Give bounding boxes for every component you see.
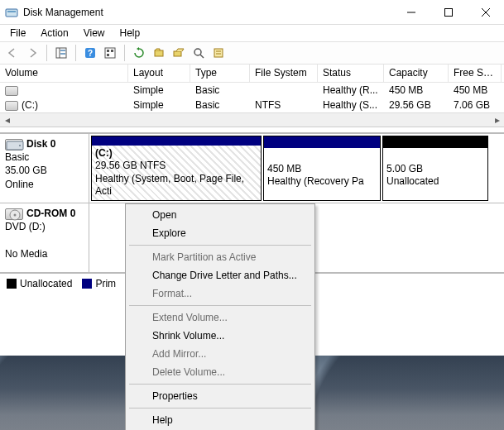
- disk-icon: [5, 139, 23, 150]
- col-status[interactable]: Status: [318, 64, 384, 82]
- window-title: Disk Management: [23, 7, 392, 18]
- app-icon: [5, 6, 18, 19]
- volume-cell: 7.06 GB: [449, 99, 502, 111]
- volume-cell: 450 MB: [449, 84, 502, 96]
- horizontal-scrollbar[interactable]: ◂ ▸: [0, 112, 504, 127]
- help-button[interactable]: ?: [81, 44, 99, 62]
- menu-item-explore[interactable]: Explore: [127, 224, 313, 242]
- volume-cell: [0, 84, 128, 96]
- cdrom-icon: [5, 208, 23, 220]
- volume-row[interactable]: SimpleBasicHealthy (R...450 MB450 MB: [0, 83, 504, 98]
- forward-button[interactable]: [23, 44, 41, 62]
- disk-row: Disk 0Basic35.00 GBOnline(C:)29.56 GB NT…: [0, 134, 504, 203]
- volume-icon: [5, 101, 18, 111]
- menu-item-mark-partition-as-active: Mark Partition as Active: [127, 248, 313, 266]
- partition-body: 5.00 GBUnallocated: [383, 148, 487, 200]
- menu-item-help[interactable]: Help: [127, 411, 313, 429]
- context-menu: OpenExploreMark Partition as ActiveChang…: [125, 203, 315, 430]
- disk-partitions: (C:)29.56 GB NTFSHealthy (System, Boot, …: [89, 134, 504, 203]
- titlebar: Disk Management: [0, 0, 504, 25]
- menu-item-change-drive-letter-and-paths[interactable]: Change Drive Letter and Paths...: [127, 266, 313, 284]
- menu-view[interactable]: View: [77, 26, 112, 41]
- volume-cell: (C:): [0, 99, 128, 111]
- col-filesystem[interactable]: File System: [250, 64, 318, 82]
- menu-item-open[interactable]: Open: [127, 206, 313, 224]
- partition-unalloc[interactable]: 5.00 GBUnallocated: [382, 136, 488, 201]
- disk-info[interactable]: Disk 0Basic35.00 GBOnline: [0, 134, 89, 203]
- partition-primary[interactable]: (C:)29.56 GB NTFSHealthy (System, Boot, …: [91, 136, 262, 201]
- toolbar-separator: [75, 45, 76, 61]
- partition-stripe: [264, 136, 380, 148]
- svg-rect-12: [105, 48, 115, 58]
- volume-list-header: Volume Layout Type File System Status Ca…: [0, 64, 504, 83]
- toolbar-separator: [124, 45, 125, 61]
- window-buttons: [392, 0, 504, 24]
- partition-recovery[interactable]: 450 MBHealthy (Recovery Pa: [263, 136, 381, 201]
- scroll-left-icon[interactable]: ◂: [0, 113, 14, 127]
- menu-item-extend-volume: Extend Volume...: [127, 308, 313, 327]
- refresh-button[interactable]: [130, 44, 148, 62]
- close-button[interactable]: [467, 0, 504, 24]
- col-freespace[interactable]: Free Spa...: [449, 64, 502, 82]
- menu-file[interactable]: File: [3, 26, 32, 41]
- col-layout[interactable]: Layout: [128, 64, 190, 82]
- svg-rect-13: [107, 50, 109, 52]
- svg-point-24: [19, 145, 21, 146]
- menu-action[interactable]: Action: [34, 26, 74, 41]
- rescan-disks-button[interactable]: [150, 44, 168, 62]
- back-button[interactable]: [3, 44, 22, 62]
- volume-cell: Basic: [190, 99, 250, 111]
- svg-rect-1: [7, 11, 16, 12]
- col-type[interactable]: Type: [190, 64, 250, 82]
- show-hide-tree-button[interactable]: [52, 44, 70, 62]
- scroll-right-icon[interactable]: ▸: [490, 113, 504, 127]
- volume-list-rows: SimpleBasicHealthy (R...450 MB450 MB(C:)…: [0, 83, 504, 112]
- col-capacity[interactable]: Capacity: [384, 64, 449, 82]
- menu-item-format: Format...: [127, 284, 313, 303]
- svg-rect-16: [155, 50, 163, 56]
- volume-row[interactable]: (C:)SimpleBasicNTFSHealthy (S...29.56 GB…: [0, 98, 504, 112]
- svg-rect-17: [174, 51, 181, 56]
- svg-rect-8: [60, 50, 65, 51]
- menubar: File Action View Help: [0, 25, 504, 41]
- volume-cell: Healthy (R...: [318, 84, 384, 96]
- volume-cell: 450 MB: [384, 84, 449, 96]
- partition-body: 450 MBHealthy (Recovery Pa: [264, 148, 380, 200]
- maximize-button[interactable]: [430, 0, 467, 24]
- menu-item-delete-volume: Delete Volume...: [127, 363, 313, 381]
- find-button[interactable]: [190, 44, 208, 62]
- volume-cell: Healthy (S...: [318, 99, 384, 111]
- menu-item-shrink-volume[interactable]: Shrink Volume...: [127, 327, 313, 345]
- menu-item-properties[interactable]: Properties: [127, 387, 313, 405]
- svg-point-26: [14, 213, 17, 216]
- svg-point-18: [194, 49, 201, 55]
- volume-icon: [5, 86, 18, 96]
- open-button[interactable]: [170, 44, 188, 62]
- svg-rect-3: [444, 8, 452, 16]
- svg-rect-20: [214, 49, 223, 57]
- volume-list: Volume Layout Type File System Status Ca…: [0, 64, 504, 127]
- settings-button[interactable]: [101, 44, 119, 62]
- disk-info[interactable]: CD-ROM 0DVD (D:)No Media: [0, 203, 89, 272]
- volume-cell: Basic: [190, 84, 250, 96]
- minimize-button[interactable]: [392, 0, 430, 24]
- menu-item-add-mirror: Add Mirror...: [127, 345, 313, 363]
- col-volume[interactable]: Volume: [0, 64, 128, 82]
- svg-line-19: [200, 55, 204, 58]
- svg-rect-15: [107, 54, 109, 56]
- partition-body: (C:)29.56 GB NTFSHealthy (System, Boot, …: [92, 146, 261, 200]
- volume-cell: Simple: [128, 84, 190, 96]
- svg-rect-0: [6, 9, 17, 17]
- legend-unallocated: Unallocated: [7, 278, 72, 289]
- volume-cell: NTFS: [250, 99, 318, 111]
- volume-cell: 29.56 GB: [384, 99, 449, 111]
- partition-stripe: [92, 136, 261, 146]
- partition-stripe: [383, 136, 487, 148]
- svg-rect-9: [60, 53, 65, 55]
- properties-button[interactable]: [209, 44, 228, 62]
- menu-help[interactable]: Help: [113, 26, 147, 41]
- toolbar: ?: [0, 41, 504, 64]
- svg-text:?: ?: [88, 49, 93, 58]
- volume-cell: Simple: [128, 99, 190, 111]
- legend-primary: Prim: [82, 278, 116, 289]
